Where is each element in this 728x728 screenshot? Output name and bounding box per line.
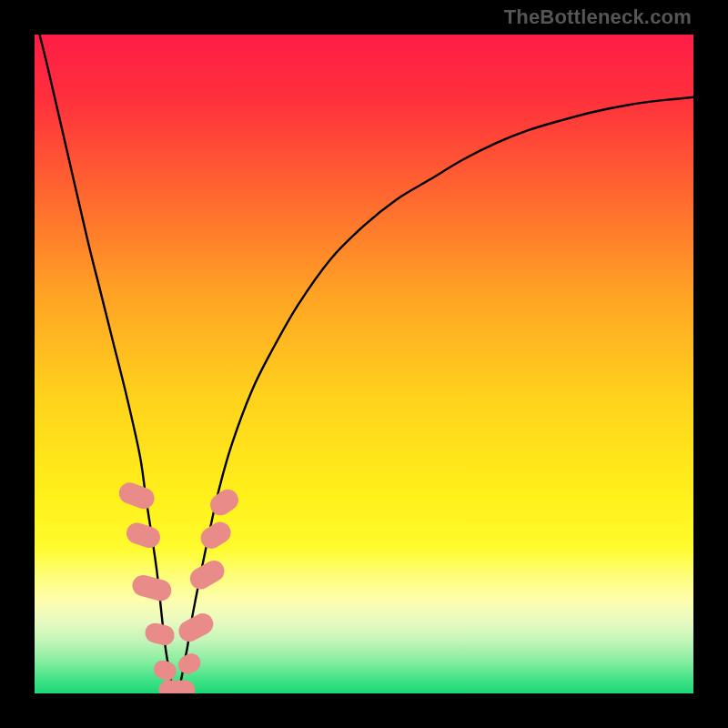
- markers-group: [116, 480, 243, 693]
- marker-pill: [197, 518, 235, 552]
- marker-pill: [207, 485, 243, 520]
- marker-pill: [124, 520, 163, 551]
- marker-pill: [175, 651, 204, 678]
- watermark-text: TheBottleneck.com: [504, 5, 692, 29]
- plot-area: [35, 35, 693, 693]
- marker-pill: [130, 572, 174, 603]
- marker-pill: [175, 610, 217, 645]
- marker-pill: [187, 557, 228, 593]
- bottleneck-curve: [35, 35, 693, 693]
- curve-layer: [35, 35, 693, 693]
- marker-pill: [158, 681, 195, 693]
- marker-pill: [151, 658, 179, 683]
- chart-frame: TheBottleneck.com: [0, 0, 728, 728]
- marker-pill: [116, 480, 157, 511]
- marker-pill: [143, 621, 177, 647]
